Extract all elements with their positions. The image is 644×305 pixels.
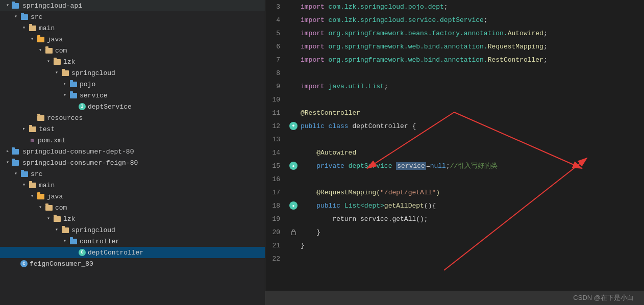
watermark-text: CSDN @在下是小白 bbox=[573, 293, 634, 302]
tree-label: springcloud-consumer-dept-80 bbox=[22, 148, 134, 156]
gutter-implement-icon: ● bbox=[289, 122, 298, 130]
tree-label: springcloud-consumer-feign-80 bbox=[22, 159, 138, 167]
code-editor: 3 import com.lzk.springcloud.pojo.dept; … bbox=[265, 0, 644, 305]
line-content: import org.springframework.web.bind.anno… bbox=[299, 56, 548, 64]
tree-item-resources[interactable]: resources bbox=[0, 112, 265, 123]
tree-label: src bbox=[31, 13, 42, 21]
code-line-10: 10 bbox=[265, 93, 644, 106]
code-line-8: 8 bbox=[265, 66, 644, 80]
tree-label: test bbox=[39, 125, 55, 133]
tree-item-pojo[interactable]: pojo bbox=[0, 79, 265, 90]
tree-item-consumer-dept[interactable]: springcloud-consumer-dept-80 bbox=[0, 146, 265, 157]
interface-icon: I bbox=[79, 103, 86, 110]
line-number: 8 bbox=[265, 69, 288, 77]
line-content: private deptService service=null;//引入写好的… bbox=[299, 161, 498, 170]
tree-label: java bbox=[47, 36, 63, 43]
class-icon: C bbox=[79, 249, 86, 256]
tree-item-com-1[interactable]: com bbox=[0, 45, 265, 56]
folder-icon bbox=[45, 46, 53, 55]
code-line-19: 19 return service.getAll(); bbox=[265, 212, 644, 225]
code-line-4: 4 import com.lzk.springcloud.service.dep… bbox=[265, 13, 644, 27]
tree-item-controller[interactable]: controller bbox=[0, 236, 265, 247]
folder-icon bbox=[69, 80, 78, 88]
maven-icon: m bbox=[29, 137, 36, 144]
code-line-18: 18 ● public List<dept>getAllDept(){ bbox=[265, 199, 644, 212]
line-number: 13 bbox=[265, 136, 288, 143]
tree-item-springcloud-api[interactable]: springcloud-api bbox=[0, 0, 265, 11]
code-line-3: 3 import com.lzk.springcloud.pojo.dept; bbox=[265, 0, 644, 13]
tree-label: controller bbox=[80, 238, 119, 245]
line-gutter: ● bbox=[288, 201, 299, 210]
line-content: public List<dept>getAllDept(){ bbox=[299, 202, 436, 210]
tree-item-java-1[interactable]: java bbox=[0, 34, 265, 45]
line-content: import org.springframework.web.bind.anno… bbox=[299, 43, 548, 50]
folder-icon bbox=[69, 91, 78, 99]
tree-label: springcloud bbox=[71, 226, 115, 234]
tree-label: deptService bbox=[88, 103, 132, 111]
tree-item-test[interactable]: test bbox=[0, 123, 265, 135]
line-number: 20 bbox=[265, 228, 288, 236]
line-number: 18 bbox=[265, 202, 288, 210]
tree-label: com bbox=[55, 47, 67, 55]
arrow-icon bbox=[29, 193, 36, 200]
tree-item-consumer-feign[interactable]: springcloud-consumer-feign-80 bbox=[0, 157, 265, 168]
tree-item-springcloud-1[interactable]: springcloud bbox=[0, 67, 265, 79]
code-line-7: 7 import org.springframework.web.bind.an… bbox=[265, 53, 644, 66]
line-content: @RequestMapping("/dept/getAll") bbox=[299, 189, 440, 196]
code-line-11: 11 @RestController bbox=[265, 106, 644, 119]
tree-label: springcloud-api bbox=[22, 2, 82, 10]
bottom-bar: CSDN @在下是小白 bbox=[265, 291, 644, 305]
folder-icon bbox=[37, 192, 45, 200]
folder-icon bbox=[20, 170, 29, 178]
code-lines: 3 import com.lzk.springcloud.pojo.dept; … bbox=[265, 0, 644, 305]
folder-icon bbox=[61, 226, 69, 234]
line-number: 7 bbox=[265, 56, 288, 64]
line-number: 3 bbox=[265, 3, 288, 11]
line-number: 4 bbox=[265, 16, 288, 24]
module-icon bbox=[12, 159, 20, 167]
tree-item-src-2[interactable]: src bbox=[0, 168, 265, 180]
tree-item-feignConsumer[interactable]: C feignConsumer_80 bbox=[0, 258, 265, 269]
tree-item-java-2[interactable]: java bbox=[0, 191, 265, 202]
code-line-22: 22 bbox=[265, 252, 644, 265]
arrow-icon bbox=[61, 92, 68, 99]
folder-icon bbox=[37, 35, 45, 43]
tree-item-deptController[interactable]: C deptController bbox=[0, 247, 265, 258]
gutter-icon-18: ● bbox=[289, 201, 298, 210]
tree-item-lzk-2[interactable]: lzk bbox=[0, 213, 265, 224]
line-content: return service.getAll(); bbox=[299, 215, 428, 223]
module-icon bbox=[12, 147, 20, 156]
line-content: } bbox=[299, 228, 320, 236]
line-number: 10 bbox=[265, 96, 288, 104]
folder-icon bbox=[29, 24, 37, 32]
arrow-icon bbox=[61, 81, 68, 88]
code-line-17: 17 @RequestMapping("/dept/getAll") bbox=[265, 186, 644, 199]
tree-item-lzk-1[interactable]: lzk bbox=[0, 56, 265, 67]
arrow-icon bbox=[37, 47, 44, 54]
folder-icon bbox=[20, 13, 29, 21]
folder-icon bbox=[29, 181, 37, 189]
class-icon-blue: C bbox=[20, 260, 28, 267]
tree-item-src-1[interactable]: src bbox=[0, 11, 265, 22]
line-number: 9 bbox=[265, 83, 288, 90]
tree-item-deptService[interactable]: I deptService bbox=[0, 101, 265, 112]
line-content: import java.util.List; bbox=[299, 83, 388, 90]
line-number: 11 bbox=[265, 109, 288, 117]
tree-label: src bbox=[31, 170, 42, 178]
tree-item-main-2[interactable]: main bbox=[0, 180, 265, 191]
tree-label: lzk bbox=[63, 215, 75, 223]
tree-item-service[interactable]: service bbox=[0, 90, 265, 101]
arrow-icon bbox=[4, 159, 11, 166]
line-number: 17 bbox=[265, 189, 288, 196]
line-gutter bbox=[288, 228, 299, 236]
tree-item-pom[interactable]: m pom.xml bbox=[0, 135, 265, 146]
line-number: 12 bbox=[265, 122, 288, 130]
code-line-14: 14 @Autowired bbox=[265, 146, 644, 159]
tree-item-com-2[interactable]: com bbox=[0, 202, 265, 213]
code-line-21: 21 } bbox=[265, 239, 644, 252]
line-content: } bbox=[299, 242, 305, 249]
tree-item-main-1[interactable]: main bbox=[0, 22, 265, 34]
arrow-icon bbox=[12, 170, 19, 177]
tree-item-springcloud-2[interactable]: springcloud bbox=[0, 224, 265, 236]
arrow-icon bbox=[12, 13, 19, 20]
